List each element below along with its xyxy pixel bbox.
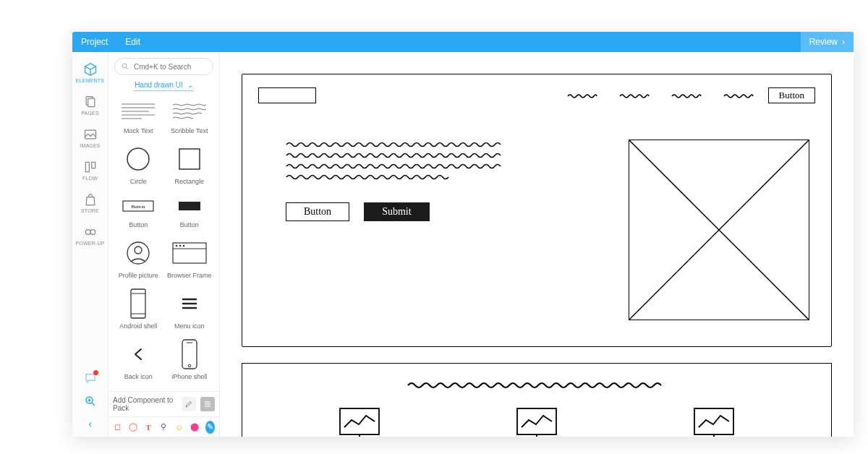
svg-point-14 [127, 148, 149, 170]
pack-name: Hand drawn UI [135, 81, 183, 89]
element-label: iPhone shell [171, 373, 207, 380]
add-component-label: Add Component to Pack [113, 396, 177, 412]
cube-icon [83, 62, 98, 77]
wire-button-submit[interactable]: Submit [364, 202, 429, 221]
svg-point-19 [127, 242, 149, 264]
wire-chart-icon[interactable] [689, 406, 739, 437]
image-icon [83, 127, 98, 142]
svg-rect-43 [340, 408, 379, 434]
chip-square-icon[interactable]: ◻ [113, 421, 122, 434]
wire-image-placeholder[interactable] [629, 140, 809, 320]
element-circle[interactable]: Circle [113, 139, 164, 189]
wire-nav-item[interactable] [619, 89, 650, 102]
wire-header-button[interactable]: Button [768, 87, 815, 103]
chip-bar: ◻ ◯ T ⚲ ☺ ⬤ ✎ [109, 416, 219, 437]
element-profile-picture[interactable]: Profile picture [113, 233, 164, 283]
canvas[interactable]: Button Button Submit [220, 52, 854, 437]
element-browser-frame[interactable]: Browser Frame [164, 233, 216, 283]
element-scribble-text[interactable]: Scribble Text [164, 95, 216, 139]
menu-review-label: Review [809, 37, 838, 47]
element-ellipse[interactable] [164, 385, 216, 391]
panel-footer: Add Component to Pack [109, 391, 219, 416]
element-label: Back icon [124, 373, 153, 380]
chip-pen-icon[interactable]: ✎ [205, 421, 215, 434]
pages-icon [83, 95, 98, 109]
rail-tab-pages[interactable]: Pages [72, 90, 109, 120]
wire-text-block[interactable]: Button Submit [286, 140, 510, 320]
rail-tab-flow[interactable]: Flow [72, 155, 109, 185]
wireframe-hero[interactable]: Button Button Submit [242, 74, 832, 347]
element-back-icon[interactable]: Back icon [113, 334, 164, 385]
button-outline-thumb: Button [118, 194, 158, 218]
element-android-shell[interactable]: Android shell [113, 283, 164, 334]
wire-nav-item[interactable] [671, 89, 702, 102]
wire-nav-item[interactable] [723, 89, 754, 102]
search-input[interactable] [134, 63, 207, 71]
hamburger-icon[interactable] [200, 397, 215, 411]
chip-text-icon[interactable]: T [144, 421, 153, 434]
search-icon [121, 62, 129, 71]
svg-rect-15 [179, 149, 200, 169]
bag-icon [83, 192, 98, 207]
wire-section-title[interactable] [242, 364, 831, 390]
wireframe-section-2[interactable] [242, 363, 832, 437]
back-arrow-icon[interactable]: ‹ [88, 418, 92, 429]
wire-body: Button Submit [286, 140, 809, 320]
rail-tab-images[interactable]: Images [72, 123, 109, 153]
chat-icon[interactable] [84, 372, 97, 387]
edit-pack-icon[interactable] [182, 397, 196, 411]
element-label: Menu icon [174, 322, 205, 330]
chip-comment-icon[interactable]: ⬤ [190, 421, 199, 434]
menu-project[interactable]: Project [72, 37, 116, 47]
element-tablet-shell[interactable] [113, 385, 164, 391]
chip-emoji-icon[interactable]: ☺ [174, 421, 184, 434]
svg-point-25 [182, 245, 184, 247]
chip-pin-icon[interactable]: ⚲ [159, 421, 169, 434]
rail-tab-store[interactable]: Store [72, 188, 109, 218]
svg-point-6 [90, 230, 95, 235]
browser-frame-thumb [169, 237, 210, 269]
element-menu-icon[interactable]: Menu icon [164, 283, 216, 334]
wire-button-row: Button Submit [286, 202, 510, 221]
rail-label: Power-up [75, 241, 104, 246]
wire-nav-item[interactable] [567, 89, 597, 102]
rail-label: Elements [76, 78, 104, 83]
zoom-icon[interactable] [84, 395, 97, 411]
app-window: Project Edit Review › Elements Pages [72, 32, 854, 437]
content-area: Elements Pages Images Flow [72, 52, 854, 437]
notification-dot [93, 370, 98, 375]
wire-header: Button [258, 87, 815, 103]
search-field[interactable] [114, 58, 213, 75]
svg-rect-3 [85, 162, 89, 171]
wire-chart-icon[interactable] [511, 406, 562, 437]
wire-logo-placeholder[interactable] [258, 87, 316, 103]
svg-rect-1 [88, 98, 94, 107]
wire-chart-icon[interactable] [334, 406, 385, 437]
element-label: Profile picture [119, 272, 158, 279]
left-rail: Elements Pages Images Flow [72, 52, 109, 437]
menu-review[interactable]: Review › [801, 32, 854, 52]
element-button-filled[interactable]: Button [164, 189, 216, 233]
element-rectangle[interactable]: Rectangle [164, 139, 216, 189]
infinity-icon [83, 225, 98, 239]
rail-tab-powerup[interactable]: Power-up [72, 220, 109, 250]
hamburger-icon-thumb [169, 288, 210, 320]
chip-circle-icon[interactable]: ◯ [128, 421, 137, 434]
svg-rect-21 [173, 243, 206, 263]
rail-tab-elements[interactable]: Elements [72, 58, 109, 87]
menu-edit[interactable]: Edit [116, 37, 149, 47]
svg-rect-4 [91, 162, 95, 168]
element-button-outline[interactable]: Button Button [113, 189, 164, 233]
elements-panel: Hand drawn UI ⌄ Mock Text Scr [109, 52, 220, 437]
scribble-text-thumb [169, 100, 210, 124]
element-mock-text[interactable]: Mock Text [113, 95, 164, 139]
svg-rect-18 [179, 202, 200, 210]
wire-nav [567, 89, 754, 102]
svg-text:Button: Button [132, 204, 146, 210]
wire-button-primary[interactable]: Button [286, 202, 349, 221]
rail-bottom: ‹ [84, 372, 97, 437]
element-iphone-shell[interactable]: iPhone shell [164, 334, 216, 385]
pack-dropdown[interactable]: Hand drawn UI ⌄ [135, 81, 193, 91]
elements-grid: Mock Text Scribble Text Circle [109, 95, 219, 391]
chevron-right-icon: › [842, 37, 845, 47]
